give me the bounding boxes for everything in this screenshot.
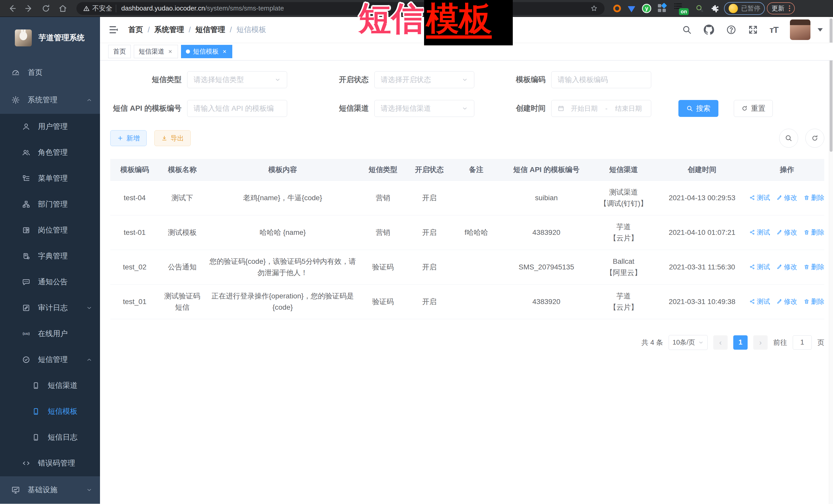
toggle-search-button[interactable] — [779, 129, 798, 148]
prev-page-button[interactable]: ‹ — [713, 335, 728, 350]
user-avatar[interactable] — [790, 20, 810, 40]
page-size-select[interactable]: 10条/页 — [669, 335, 708, 350]
tab-sms-template[interactable]: 短信模板 — [181, 45, 232, 58]
template-code-input[interactable] — [557, 76, 645, 84]
sidebar-item-error-codes[interactable]: 错误码管理 — [0, 450, 100, 476]
tab-home[interactable]: 首页 — [108, 45, 131, 58]
next-page-button[interactable]: › — [753, 335, 768, 350]
font-size-icon[interactable]: тT — [770, 25, 778, 35]
goto-page-input[interactable] — [794, 338, 810, 346]
pencil-icon — [777, 195, 782, 200]
start-date-placeholder[interactable]: 开始日期 — [568, 104, 601, 113]
browser-forward-icon[interactable] — [22, 4, 37, 13]
avatar-caret-icon[interactable] — [817, 28, 823, 31]
col-create-time: 创建时间 — [654, 159, 750, 181]
pencil-icon — [777, 299, 782, 304]
sidebar-item-system[interactable]: 系统管理 — [0, 87, 100, 114]
extension-y-icon[interactable]: y — [642, 4, 651, 13]
address-bar[interactable]: 不安全 dashboard.yudao.iocoder.cn /system/s… — [76, 2, 604, 15]
sidebar-item-sms-template[interactable]: 短信模板 — [0, 399, 100, 425]
browser-profile-chip[interactable]: 已暂停 — [724, 2, 765, 15]
sidebar-item-home[interactable]: 首页 — [0, 59, 100, 87]
extension-gem-icon[interactable] — [628, 6, 635, 12]
sidebar-item-posts[interactable]: 岗位管理 — [0, 217, 100, 243]
fullscreen-icon[interactable] — [748, 25, 758, 34]
page-scrollbar[interactable] — [829, 17, 833, 504]
delete-link[interactable]: 删除 — [804, 193, 824, 203]
extension-grid-icon[interactable] — [658, 4, 667, 13]
sidebar-item-audit-log[interactable]: 审计日志 — [0, 295, 100, 321]
delete-link[interactable]: 删除 — [804, 296, 824, 307]
extensions-puzzle-icon[interactable] — [711, 4, 719, 13]
current-page[interactable]: 1 — [733, 335, 747, 350]
sidebar-item-departments[interactable]: 部门管理 — [0, 192, 100, 217]
security-label[interactable]: 不安全 — [92, 4, 112, 13]
breadcrumb-home[interactable]: 首页 — [128, 25, 143, 35]
add-button[interactable]: 新增 — [110, 130, 147, 146]
sidebar-item-online-users[interactable]: A 在线用户 — [0, 321, 100, 347]
col-sms-channel: 短信渠道 — [593, 159, 654, 181]
sidebar-logo[interactable]: 芋道管理系统 — [0, 17, 100, 59]
edit-link[interactable]: 修改 — [777, 227, 797, 237]
extension-magnifier-icon[interactable] — [695, 4, 704, 13]
sidebar-item-infrastructure[interactable]: 基础设施 — [0, 476, 100, 504]
api-template-id-input-wrap[interactable] — [187, 100, 287, 117]
sidebar-item-sms[interactable]: 短信管理 — [0, 347, 100, 373]
refresh-table-button[interactable] — [805, 129, 824, 148]
export-button[interactable]: 导出 — [154, 130, 191, 146]
sidebar-item-sms-log[interactable]: 短信日志 — [0, 425, 100, 450]
sms-channel-select[interactable] — [374, 100, 474, 117]
breadcrumb-sms[interactable]: 短信管理 — [195, 25, 225, 35]
shield-check-icon — [22, 356, 30, 364]
browser-back-icon[interactable] — [5, 4, 20, 13]
end-date-placeholder[interactable]: 结束日期 — [612, 104, 645, 113]
sidebar-item-menus[interactable]: 菜单管理 — [0, 166, 100, 192]
sidebar-item-label: 通知公告 — [38, 277, 92, 287]
template-code-input-wrap[interactable] — [551, 71, 651, 88]
browser-menu-icon[interactable] — [789, 5, 790, 11]
chevron-down-icon — [275, 77, 281, 83]
delete-link[interactable]: 删除 — [804, 227, 824, 237]
status-select-input[interactable] — [381, 76, 458, 84]
browser-update-chip[interactable]: 更新 — [767, 2, 795, 14]
search-button[interactable]: 搜索 — [679, 100, 718, 117]
breadcrumb-system[interactable]: 系统管理 — [154, 25, 184, 35]
sidebar-item-roles[interactable]: 角色管理 — [0, 140, 100, 166]
page-unit-label: 页 — [817, 338, 824, 347]
browser-reload-icon[interactable] — [39, 4, 53, 13]
close-icon[interactable] — [167, 49, 173, 54]
extension-donut-icon[interactable] — [613, 5, 621, 12]
edit-link[interactable]: 修改 — [777, 296, 797, 307]
edit-link[interactable]: 修改 — [777, 262, 797, 272]
sidebar-item-notices[interactable]: 通知公告 — [0, 269, 100, 295]
test-link[interactable]: 测试 — [749, 262, 770, 272]
sidebar-item-users[interactable]: 用户管理 — [0, 114, 100, 140]
delete-link[interactable]: 删除 — [804, 262, 824, 272]
sms-type-select-input[interactable] — [194, 76, 271, 84]
github-icon[interactable] — [704, 24, 714, 35]
test-link[interactable]: 测试 — [749, 296, 770, 307]
tab-sms-channel[interactable]: 短信渠道 — [134, 45, 178, 58]
sidebar-collapse-icon[interactable] — [109, 25, 119, 35]
edit-link[interactable]: 修改 — [777, 193, 797, 203]
user-icon — [22, 123, 30, 131]
close-icon[interactable] — [222, 49, 228, 54]
status-select[interactable] — [374, 71, 474, 88]
sidebar-item-sms-channel[interactable]: 短信渠道 — [0, 373, 100, 399]
header-search-icon[interactable] — [682, 25, 692, 34]
browser-home-icon[interactable] — [55, 4, 70, 13]
test-link[interactable]: 测试 — [749, 227, 770, 237]
goto-page-input-wrap[interactable] — [793, 335, 812, 350]
sms-type-select[interactable] — [187, 71, 287, 88]
create-time-range-picker[interactable]: 开始日期 - 结束日期 — [551, 100, 651, 117]
trash-icon — [804, 195, 809, 200]
reset-button[interactable]: 重置 — [734, 100, 773, 117]
help-icon[interactable] — [726, 25, 736, 35]
bookmark-star-icon[interactable] — [590, 5, 598, 12]
cell-remark — [453, 284, 500, 319]
test-link[interactable]: 测试 — [749, 193, 770, 203]
extension-list-icon[interactable]: on — [673, 2, 689, 15]
sms-channel-select-input[interactable] — [381, 104, 458, 113]
api-template-id-input[interactable] — [194, 104, 281, 113]
sidebar-item-dictionary[interactable]: 字典管理 — [0, 243, 100, 269]
